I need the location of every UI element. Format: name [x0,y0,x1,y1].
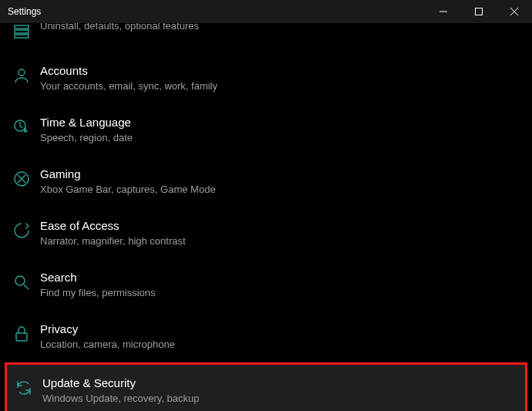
category-apps[interactable]: Uninstall, defaults, optional features [0,23,532,52]
privacy-icon [11,323,32,345]
gaming-icon [11,168,32,190]
category-ease-of-access[interactable]: Ease of Access Narrator, magnifier, high… [0,207,532,259]
apps-icon [11,23,32,42]
category-title: Accounts [40,63,217,79]
category-update-security[interactable]: Update & Security Windows Update, recove… [5,362,527,411]
svg-point-10 [15,276,25,285]
category-title: Update & Security [42,376,200,391]
category-desc: Find my files, permissions [40,286,156,300]
category-title: Privacy [40,322,175,337]
category-accounts[interactable]: Accounts Your accounts, email, sync, wor… [0,52,532,104]
svg-rect-1 [476,8,483,15]
category-desc: Your accounts, email, sync, work, family [40,79,217,93]
ease-of-access-icon [11,220,32,241]
maximize-button[interactable] [461,0,497,23]
svg-rect-4 [15,25,29,29]
window-controls [426,0,532,23]
category-title: Time & Language [40,115,133,130]
category-search[interactable]: Search Find my files, permissions [0,259,532,311]
category-title: Gaming [40,167,216,182]
titlebar: Settings [0,0,532,23]
category-title: Search [40,270,156,285]
minimize-button[interactable] [426,0,461,23]
svg-point-7 [19,69,25,76]
category-gaming[interactable]: Gaming Xbox Game Bar, captures, Game Mod… [0,156,532,207]
category-desc: Xbox Game Bar, captures, Game Mode [40,183,216,197]
category-title: Ease of Access [40,218,186,234]
category-desc: Windows Update, recovery, backup [42,392,200,406]
category-desc: Narrator, magnifier, high contrast [40,234,186,248]
category-privacy[interactable]: Privacy Location, camera, microphone [0,311,532,362]
close-button[interactable] [497,0,532,23]
accounts-icon [11,65,32,86]
svg-rect-12 [16,333,27,341]
category-time-language[interactable]: Time & Language Speech, region, date [0,104,532,156]
category-desc: Uninstall, defaults, optional features [40,23,199,33]
settings-category-list: Uninstall, defaults, optional features A… [0,23,532,411]
svg-rect-5 [15,30,29,33]
svg-rect-6 [15,35,29,38]
search-icon [11,271,32,293]
window-title: Settings [8,6,426,17]
time-language-icon [11,116,32,138]
category-desc: Location, camera, microphone [40,338,175,352]
category-desc: Speech, region, date [40,131,133,145]
settings-content: Uninstall, defaults, optional features A… [0,23,532,411]
svg-line-11 [24,285,29,289]
update-security-icon [13,377,35,399]
